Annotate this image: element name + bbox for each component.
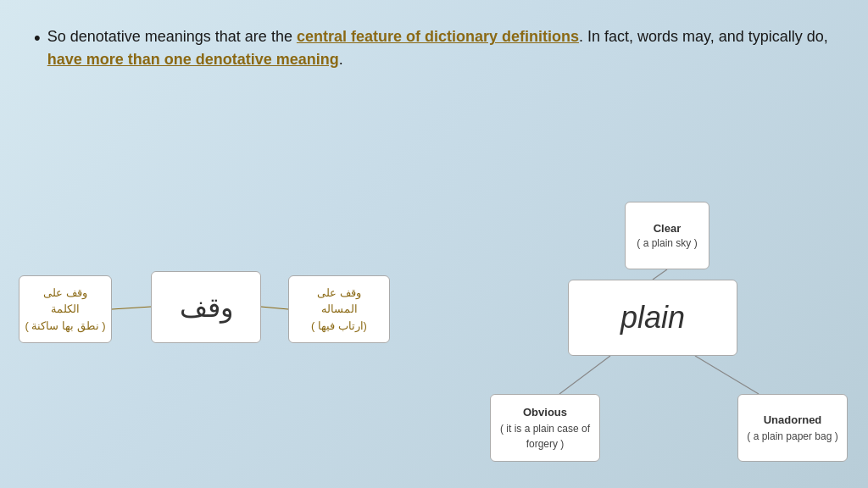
svg-line-1 bbox=[559, 356, 610, 394]
obvious-title: Obvious bbox=[523, 404, 567, 421]
text-middle: . In fact, words may, and typically do, bbox=[579, 28, 828, 45]
clear-title: Clear bbox=[654, 221, 682, 236]
slide: • So denotative meanings that are the ce… bbox=[0, 0, 868, 488]
text-prefix: So denotative meanings that are the bbox=[47, 28, 297, 45]
arabic-center-text: وقف bbox=[180, 291, 233, 324]
top-text-section: • So denotative meanings that are the ce… bbox=[34, 25, 834, 71]
arabic-left-line2: الكلمة bbox=[51, 301, 80, 318]
bullet-dot: • bbox=[34, 25, 41, 52]
svg-line-2 bbox=[695, 356, 759, 394]
link-more-meaning[interactable]: have more than one denotative meaning bbox=[47, 51, 339, 68]
svg-line-4 bbox=[261, 307, 288, 309]
diagram-section: plain Clear ( a plain sky ) Obvious ( it… bbox=[0, 186, 868, 488]
arabic-left-line1: وقف على bbox=[43, 285, 87, 302]
arabic-right-line3: (ارتاب فيها ) bbox=[311, 318, 367, 335]
unadorned-title: Unadorned bbox=[764, 412, 822, 429]
link-central-feature[interactable]: central feature of dictionary definition… bbox=[297, 28, 579, 45]
node-clear: Clear ( a plain sky ) bbox=[625, 202, 709, 269]
arabic-right-line1: وقف على bbox=[317, 285, 361, 302]
svg-line-3 bbox=[112, 307, 151, 309]
obvious-subtitle: ( it is a plain case of forgery ) bbox=[491, 421, 599, 452]
plain-label: plain bbox=[620, 300, 685, 336]
svg-line-0 bbox=[653, 269, 667, 280]
unadorned-subtitle: ( a plain paper bag ) bbox=[747, 429, 837, 444]
text-suffix: . bbox=[339, 51, 343, 68]
node-arabic-right: وقف على المساله (ارتاب فيها ) bbox=[288, 275, 390, 343]
main-node-plain: plain bbox=[568, 280, 737, 356]
arabic-left-line3: ( نطق بها ساكنة ) bbox=[25, 318, 105, 335]
arabic-right-line2: المساله bbox=[321, 301, 358, 318]
node-obvious: Obvious ( it is a plain case of forgery … bbox=[490, 394, 600, 462]
node-unadorned: Unadorned ( a plain paper bag ) bbox=[737, 394, 848, 462]
bullet-text: So denotative meanings that are the cent… bbox=[47, 25, 834, 71]
node-arabic-center: وقف bbox=[151, 271, 261, 343]
clear-subtitle: ( a plain sky ) bbox=[637, 236, 697, 251]
node-arabic-left: وقف على الكلمة ( نطق بها ساكنة ) bbox=[19, 275, 112, 343]
bullet-item: • So denotative meanings that are the ce… bbox=[34, 25, 834, 71]
